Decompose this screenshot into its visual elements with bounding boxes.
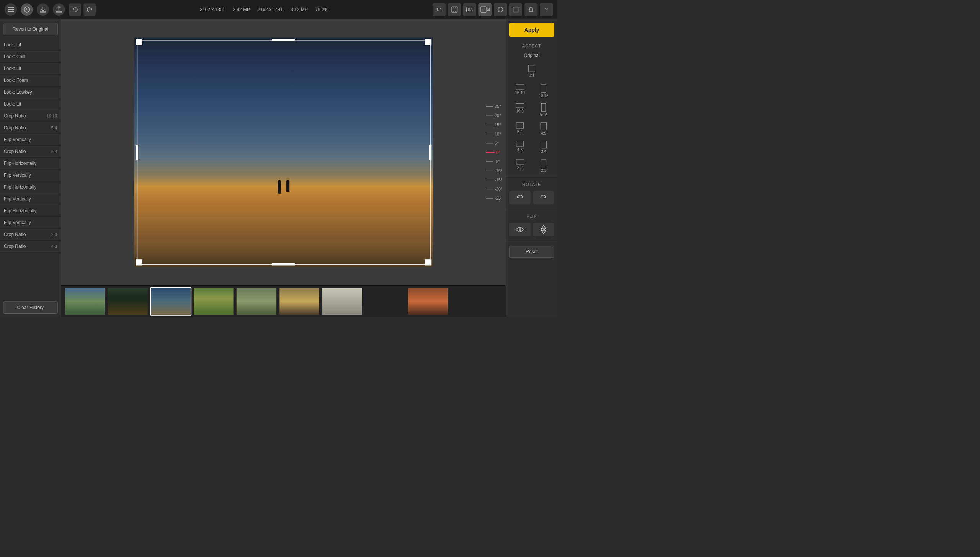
tick-line [486,143,493,143]
ruler-tick: 10° [486,129,506,138]
filmstrip-thumb[interactable] [150,287,191,316]
ratio-box-16-9 [516,103,524,108]
flip-horizontal-button[interactable] [509,223,531,236]
aspect-original[interactable]: Original [509,51,554,60]
aspect-label: ASPECT [506,41,557,50]
filmstrip-thumb[interactable] [279,287,320,316]
filmstrip-thumb[interactable] [364,287,406,316]
history-item-label: Flip Vertically [4,196,31,202]
flip-grid [509,221,554,238]
history-item[interactable]: Look: Lit [0,63,61,75]
download-icon[interactable] [37,3,49,16]
filmstrip-thumb[interactable] [107,287,149,316]
aspect-4-5[interactable]: 4:5 [533,121,554,137]
filmstrip-thumb[interactable] [322,287,363,316]
history-item[interactable]: Look: Chill [0,51,61,63]
filmstrip-thumb[interactable] [236,287,277,316]
image-mp-2: 3.12 MP [291,7,308,12]
crop-tool-button[interactable]: ⊡ [479,3,492,16]
tick-label: 0° [496,150,500,155]
history-item-ratio: 16:10 [46,114,57,118]
ratio-box-9-16 [541,103,546,112]
history-item[interactable]: Look: Lit [0,98,61,110]
filmstrip-thumb-image [65,288,105,315]
history-item[interactable]: Look: Lit [0,39,61,51]
aspect-9-16[interactable]: 9:16 [533,102,554,119]
rotate-grid [509,190,554,206]
zoom-1-1-button[interactable]: 1:1 [433,3,446,16]
center-area: 25°20°15°10°5°0°-5°-10°-15°-20°-25° [61,19,506,317]
rotate-cw-button[interactable] [533,191,554,204]
undo-button[interactable] [69,3,81,16]
history-item[interactable]: Crop Ratio5:4 [0,146,61,158]
ratio-label-16-10: 16:10 [515,91,524,95]
history-icon[interactable] [21,3,33,16]
history-item-ratio: 5:4 [51,125,57,130]
history-item[interactable]: Crop Ratio2:3 [0,229,61,241]
svg-rect-10 [513,7,518,12]
clear-history-button[interactable]: Clear History [3,301,58,314]
perspective-button[interactable] [524,3,537,16]
history-item[interactable]: Flip Vertically [0,193,61,205]
ratio-label-4-3: 4:3 [517,148,523,152]
compare-button[interactable]: BA [463,3,476,16]
svg-marker-15 [541,225,546,229]
divider-3 [506,241,557,241]
ratio-label-3-4: 3:4 [541,150,546,154]
aspect-10-16[interactable]: 10:16 [533,83,554,99]
flip-label: FLIP [506,211,557,220]
ratio-label-3-2: 3:2 [517,166,523,170]
history-list: Look: LitLook: ChillLook: LitLook: FoamL… [0,39,61,298]
menu-icon[interactable] [5,3,17,16]
rotate-ccw-button[interactable] [509,191,531,204]
filmstrip-thumb-image [408,288,448,315]
ratio-box-4-5 [541,122,547,130]
history-item[interactable]: Flip Vertically [0,134,61,146]
ruler-tick: -15° [486,175,506,184]
aspect-1-1[interactable]: 1:1 [527,64,537,79]
svg-rect-1 [8,9,14,10]
history-item[interactable]: Look: Foam [0,75,61,86]
revert-to-original-button[interactable]: Revert to Original [3,23,58,35]
history-item[interactable]: Flip Vertically [0,169,61,181]
ruler-tick: -5° [486,157,506,166]
aspect-16-9[interactable]: 16:9 [509,102,531,119]
history-item[interactable]: Look: Lowkey [0,86,61,98]
history-item-label: Flip Horizontally [4,184,36,190]
aspect-16-10[interactable]: 16:10 [509,83,531,99]
history-item[interactable]: Flip Horizontally [0,205,61,217]
help-button[interactable]: ? [540,3,553,16]
history-item[interactable]: Flip Horizontally [0,181,61,193]
ratio-label-16-9: 16:9 [516,109,523,113]
aspect-2-3[interactable]: 2:3 [533,158,554,174]
filmstrip-thumb[interactable] [64,287,106,316]
apply-button[interactable]: Apply [509,23,554,37]
history-item[interactable]: Flip Horizontally [0,158,61,169]
aspect-3-2[interactable]: 3:2 [509,158,531,174]
share-icon[interactable] [53,3,65,16]
flip-section [506,220,557,239]
filmstrip-thumb-image [151,288,191,315]
history-item[interactable]: Crop Ratio16:10 [0,110,61,122]
reset-button[interactable]: Reset [509,246,554,258]
rotate-label: ROTATE [506,179,557,188]
redo-button[interactable] [83,3,96,16]
circle-crop-button[interactable] [494,3,507,16]
fit-button[interactable] [448,3,461,16]
aspect-4-3[interactable]: 4:3 [509,139,531,155]
history-item[interactable]: Flip Vertically [0,217,61,229]
history-item-label: Flip Vertically [4,137,31,142]
flip-vertical-button[interactable] [533,223,554,236]
aspect-5-4[interactable]: 5:4 [509,121,531,137]
ratio-box-2-3 [541,159,546,167]
rectangle-button[interactable] [509,3,522,16]
ruler-tick: 0° [486,148,506,157]
history-item[interactable]: Crop Ratio5:4 [0,122,61,134]
ruler-tick: -25° [486,194,506,203]
canvas-area[interactable]: 25°20°15°10°5°0°-5°-10°-15°-20°-25° [61,19,506,285]
filmstrip-thumb[interactable] [193,287,234,316]
aspect-3-4[interactable]: 3:4 [533,139,554,155]
filmstrip-thumb-image [237,288,276,315]
filmstrip-thumb[interactable] [407,287,449,316]
history-item[interactable]: Crop Ratio4:3 [0,241,61,252]
